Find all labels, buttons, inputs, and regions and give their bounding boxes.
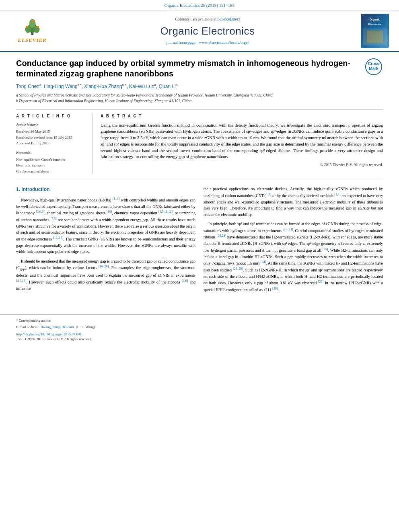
publisher-logo-area: ELSEVIER (8, 18, 56, 44)
doi-link[interactable]: http://dx.doi.org/10.1016/j.orgel.2015.0… (16, 332, 383, 337)
article-info-label: A R T I C L E I N F O (16, 113, 87, 119)
author-kaiwu-luo: Kai-Wu Luo (129, 84, 154, 89)
article-info-panel: A R T I C L E I N F O Article history: R… (16, 113, 93, 175)
elsevier-logo: ELSEVIER (8, 18, 56, 44)
received-date: Received 10 May 2015 (16, 129, 87, 134)
keyword-3: Graphene nanoribbons (16, 168, 87, 174)
journal-homepage: journal homepage: www.elsevier.com/locat… (56, 40, 359, 45)
accepted-date: Accepted 19 July 2015 (16, 140, 87, 146)
keyword-2: Electronic transport (16, 162, 87, 168)
intro-para-2: It should be mentioned that the measured… (16, 258, 195, 292)
intro-heading: 1. Introduction (16, 186, 195, 193)
sciencedirect-link[interactable]: ScienceDirect (217, 17, 240, 21)
abstract-text: Using the non-equilibrium Greens functio… (101, 122, 383, 160)
author-xianghua-zhang: Xiang-Hua Zhang (84, 84, 122, 89)
issn-line: 1566-1199/© 2015 Elsevier B.V. All right… (16, 337, 383, 342)
article-footer: * Corresponding author. E-mail address: … (0, 314, 399, 346)
crossmark-icon: Cross Mark (365, 58, 383, 76)
intro-para-1: Nowadays, high-quality graphene nanoribb… (16, 197, 195, 255)
svg-text:Mark: Mark (369, 66, 378, 71)
keywords-list: Non-equilibrium Green's function Electro… (16, 157, 87, 174)
contents-line: Contents lists available at ScienceDirec… (56, 16, 359, 22)
cover-top-label: Organic (369, 17, 381, 22)
journal-header-center: Contents lists available at ScienceDirec… (56, 16, 359, 45)
info-abstract-section: A R T I C L E I N F O Article history: R… (16, 109, 383, 175)
affiliation-b: b Department of Electrical and Informati… (16, 98, 383, 104)
authors-line: Tong Chena, Ling-Ling Wanga,*, Xiang-Hua… (16, 83, 383, 90)
revised-date: Received in revised form 15 July 2015 (16, 135, 87, 140)
author-quan-li: Quan Li (159, 84, 176, 89)
svg-text:Cross: Cross (368, 62, 380, 66)
author-tong-chen: Tong Chen (16, 84, 39, 89)
body-content: 1. Introduction Nowadays, high-quality g… (16, 186, 383, 296)
svg-point-6 (37, 26, 39, 28)
journal-header: ELSEVIER Contents lists available at Sci… (0, 10, 399, 52)
elsevier-brand-text: ELSEVIER (18, 37, 47, 44)
article-container: Conductance gap induced by orbital symme… (0, 52, 399, 302)
affiliation-a: a School of Physics and Microelectronic … (16, 92, 383, 98)
svg-point-7 (31, 21, 33, 23)
author-lingling-wang: Ling-Ling Wang (44, 84, 78, 89)
corresponding-author: * Corresponding author. (16, 318, 383, 324)
keywords-label: Keywords: (16, 150, 87, 155)
section-divider (16, 180, 383, 180)
affiliations: a School of Physics and Microelectronic … (16, 92, 383, 104)
article-dates: Received 10 May 2015 Received in revised… (16, 129, 87, 146)
body-left-col: 1. Introduction Nowadays, high-quality g… (16, 186, 195, 296)
email-line: E-mail address: llwang_hnu@163.com (L.-L… (16, 325, 383, 330)
journal-cover-area: Organic Electronics (359, 14, 391, 48)
article-title: Conductance gap induced by orbital symme… (16, 58, 383, 79)
author-email[interactable]: llwang_hnu@163.com (41, 325, 74, 329)
history-label: Article history: (16, 122, 87, 127)
journal-cover-image: Organic Electronics (361, 14, 389, 48)
abstract-panel: A B S T R A C T Using the non-equilibriu… (101, 113, 383, 175)
elsevier-tree-icon (21, 18, 43, 36)
right-para-1: their practical applications on electron… (204, 186, 383, 218)
journal-citation: Organic Electronics 26 (2015) 181–185 (165, 3, 235, 8)
cover-bottom-label: Electronics (368, 22, 382, 27)
keyword-1: Non-equilibrium Green's function (16, 157, 87, 162)
homepage-url[interactable]: www.elsevier.com/locate/orgel (199, 40, 249, 45)
abstract-label: A B S T R A C T (101, 113, 383, 119)
right-para-2: In principle, both sp² and sp³ terminati… (204, 221, 383, 293)
svg-point-5 (26, 26, 28, 28)
copyright-notice: © 2015 Elsevier B.V. All rights reserved… (101, 162, 383, 168)
body-right-col: their practical applications on electron… (204, 186, 383, 296)
top-bar: Organic Electronics 26 (2015) 181–185 (0, 0, 399, 10)
journal-title: Organic Electronics (56, 24, 359, 38)
